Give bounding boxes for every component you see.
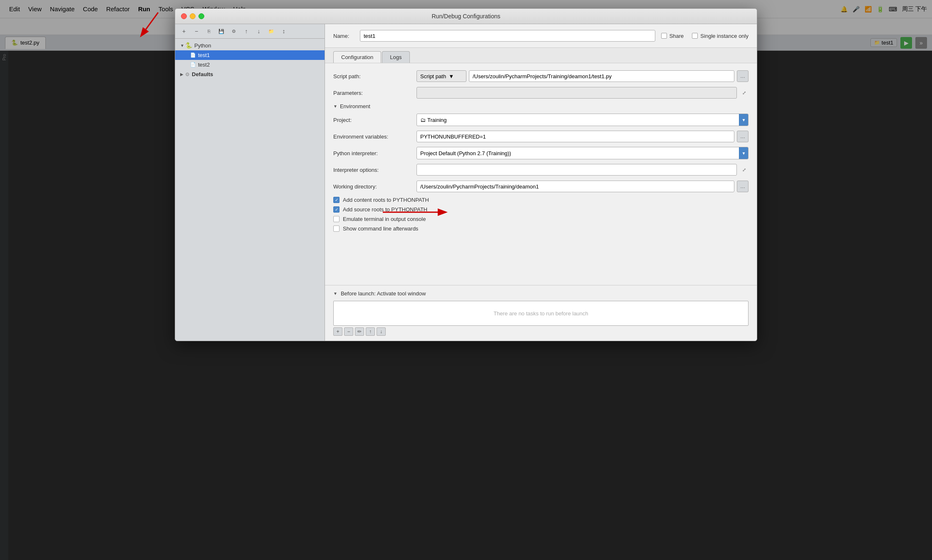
test1-icon: 📄 bbox=[190, 52, 196, 58]
project-row: Project: 🗂 Training ▼ bbox=[333, 114, 749, 126]
env-vars-input[interactable] bbox=[416, 131, 734, 142]
launch-move-up-button[interactable]: ↑ bbox=[366, 327, 375, 336]
config-tabs: Configuration Logs bbox=[325, 48, 757, 63]
share-label-text: Share bbox=[669, 33, 684, 39]
launch-empty-text: There are no tasks to run before launch bbox=[493, 310, 588, 317]
checkbox-add-source-box[interactable]: ✓ bbox=[333, 206, 340, 213]
project-select-text: 🗂 Training bbox=[417, 114, 739, 126]
parameters-row: Parameters: ⤢ bbox=[333, 87, 749, 99]
before-launch-label: Before launch: Activate tool window bbox=[341, 290, 426, 297]
move-up-button[interactable]: ↑ bbox=[241, 27, 252, 36]
launch-remove-button[interactable]: − bbox=[344, 327, 353, 336]
environment-label: Environment bbox=[340, 103, 370, 109]
interp-options-control: ⤢ bbox=[416, 164, 749, 176]
config-sidebar: + − ⎘ 💾 ⚙ ↑ ↓ 📁 ↕ ▼ 🐍 Python bbox=[175, 24, 325, 341]
before-launch-header[interactable]: ▼ Before launch: Activate tool window bbox=[333, 290, 749, 297]
copy-config-button[interactable]: ⎘ bbox=[203, 27, 214, 36]
checkbox-add-content[interactable]: ✓ Add content roots to PYTHONPATH bbox=[333, 197, 749, 203]
interp-options-row: Interpreter options: ⤢ bbox=[333, 164, 749, 176]
single-instance-checkbox-label[interactable]: Single instance only bbox=[692, 33, 749, 39]
environment-section-header[interactable]: ▼ Environment bbox=[333, 103, 749, 109]
test1-label: test1 bbox=[198, 52, 210, 58]
share-checkbox-label[interactable]: Share bbox=[661, 33, 684, 39]
checkbox-add-content-label: Add content roots to PYTHONPATH bbox=[343, 197, 429, 203]
interp-options-input[interactable] bbox=[416, 164, 737, 176]
defaults-icon: ⚙ bbox=[185, 72, 190, 77]
python-interp-arrow[interactable]: ▼ bbox=[739, 147, 748, 159]
checkbox-emulate-terminal[interactable]: Emulate terminal in output console bbox=[333, 216, 749, 222]
script-dropdown-text: Script path bbox=[420, 73, 446, 79]
working-dir-browse-button[interactable]: … bbox=[737, 181, 749, 192]
name-input[interactable] bbox=[360, 30, 655, 42]
tree-python-node[interactable]: ▼ 🐍 Python bbox=[175, 40, 325, 50]
checkbox-emulate-terminal-box[interactable] bbox=[333, 216, 340, 222]
share-row: Share Single instance only bbox=[661, 33, 749, 39]
script-path-browse-button[interactable]: … bbox=[737, 70, 749, 82]
single-instance-label-text: Single instance only bbox=[700, 33, 749, 39]
config-toolbar: + − ⎘ 💾 ⚙ ↑ ↓ 📁 ↕ bbox=[175, 24, 325, 39]
dropdown-arrow-icon: ▼ bbox=[449, 73, 454, 79]
test2-label: test2 bbox=[198, 62, 210, 68]
checkbox-add-content-box[interactable]: ✓ bbox=[333, 197, 340, 203]
name-row: Name: Share Single instance only bbox=[325, 24, 757, 48]
checkboxes-area: ✓ Add content roots to PYTHONPATH ✓ Add … bbox=[333, 197, 749, 232]
working-dir-input[interactable] bbox=[416, 181, 734, 192]
env-vars-row: Environment variables: … bbox=[333, 130, 749, 143]
project-control: 🗂 Training ▼ bbox=[416, 114, 749, 126]
checkbox-show-cmdline-box[interactable] bbox=[333, 225, 340, 232]
tree-test1-node[interactable]: 📄 test1 bbox=[175, 50, 325, 60]
dialog-title: Run/Debug Configurations bbox=[432, 13, 501, 20]
python-interp-label: Python interpreter: bbox=[333, 150, 416, 156]
project-select[interactable]: 🗂 Training ▼ bbox=[416, 114, 749, 126]
minimize-button[interactable] bbox=[190, 13, 196, 19]
launch-edit-button[interactable]: ✏ bbox=[355, 327, 364, 336]
gear-config-button[interactable]: ⚙ bbox=[228, 27, 239, 36]
move-down-button[interactable]: ↓ bbox=[253, 27, 264, 36]
remove-config-button[interactable]: − bbox=[191, 27, 202, 36]
tree-test2-node[interactable]: 📄 test2 bbox=[175, 60, 325, 69]
config-tree: ▼ 🐍 Python 📄 test1 📄 test2 ▶ ⚙ bbox=[175, 39, 325, 341]
tab-configuration[interactable]: Configuration bbox=[333, 51, 381, 63]
working-dir-row: Working directory: … bbox=[333, 180, 749, 193]
script-path-input[interactable] bbox=[469, 70, 734, 82]
launch-move-down-button[interactable]: ↓ bbox=[377, 327, 386, 336]
dialog-overlay: Run/Debug Configurations + − ⎘ 💾 ⚙ ↑ ↓ 📁… bbox=[0, 0, 932, 560]
env-vars-control: … bbox=[416, 131, 749, 142]
share-checkbox[interactable] bbox=[661, 33, 667, 39]
working-dir-control: … bbox=[416, 181, 749, 192]
sort-button[interactable]: ↕ bbox=[278, 27, 289, 36]
folder-button[interactable]: 📁 bbox=[266, 27, 277, 36]
test2-icon: 📄 bbox=[190, 62, 196, 67]
single-instance-checkbox[interactable] bbox=[692, 33, 698, 39]
parameters-input[interactable] bbox=[416, 87, 737, 99]
project-label: Project: bbox=[333, 117, 416, 123]
project-dropdown-arrow[interactable]: ▼ bbox=[739, 114, 748, 126]
close-button[interactable] bbox=[181, 13, 187, 19]
tab-logs[interactable]: Logs bbox=[382, 51, 409, 63]
form-area: Script path: Script path ▼ … Paramete bbox=[325, 63, 757, 285]
checkbox-add-source[interactable]: ✓ Add source roots to PYTHONPATH bbox=[333, 206, 749, 213]
add-config-button[interactable]: + bbox=[178, 27, 189, 36]
maximize-button[interactable] bbox=[198, 13, 204, 19]
parameters-expand-button[interactable]: ⤢ bbox=[739, 88, 749, 97]
env-vars-browse-button[interactable]: … bbox=[737, 131, 749, 142]
python-icon: 🐍 bbox=[185, 42, 192, 49]
checkbox-emulate-terminal-label: Emulate terminal in output console bbox=[343, 216, 426, 222]
script-path-control: Script path ▼ … bbox=[416, 70, 749, 82]
save-config-button[interactable]: 💾 bbox=[216, 27, 227, 36]
parameters-control: ⤢ bbox=[416, 87, 749, 99]
traffic-lights bbox=[181, 13, 204, 19]
python-interp-select[interactable]: Project Default (Python 2.7 (Training)) … bbox=[416, 147, 749, 159]
checkbox-add-source-label: Add source roots to PYTHONPATH bbox=[343, 206, 427, 213]
checkbox-show-cmdline[interactable]: Show command line afterwards bbox=[333, 225, 749, 232]
dialog-titlebar: Run/Debug Configurations bbox=[175, 9, 757, 24]
before-launch-arrow-icon: ▼ bbox=[333, 291, 337, 296]
checkbox-show-cmdline-label: Show command line afterwards bbox=[343, 225, 418, 232]
interp-options-expand-button[interactable]: ⤢ bbox=[739, 165, 749, 174]
launch-add-button[interactable]: + bbox=[333, 327, 342, 336]
tree-defaults-node[interactable]: ▶ ⚙ Defaults bbox=[175, 69, 325, 79]
before-launch-section: ▼ Before launch: Activate tool window Th… bbox=[325, 285, 757, 341]
script-path-dropdown[interactable]: Script path ▼ bbox=[416, 70, 466, 82]
interp-options-label: Interpreter options: bbox=[333, 167, 416, 173]
parameters-label: Parameters: bbox=[333, 90, 416, 96]
